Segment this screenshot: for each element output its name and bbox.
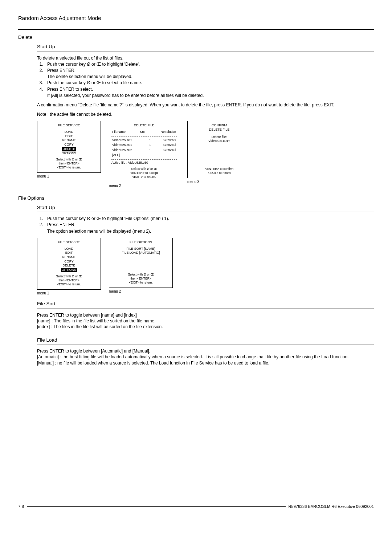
menu-item: DELETE bbox=[40, 264, 98, 268]
col-src: Src bbox=[138, 130, 147, 134]
file-load-option: FILE LOAD [AUTOMATIC] bbox=[111, 251, 170, 255]
menu-item: LOAD bbox=[40, 247, 98, 251]
menu-foot-line: <ENTER> to accept bbox=[111, 171, 177, 175]
menu-subtitle: DELETE FILE bbox=[190, 128, 249, 132]
menu-item: DELETE bbox=[40, 147, 98, 151]
menu-label: menu 1 bbox=[37, 174, 101, 179]
menu-item: EDIT bbox=[40, 134, 98, 139]
confirm-q2: Video525.c01? bbox=[190, 139, 249, 143]
fo-sub-2: The option selection menu will be displa… bbox=[47, 228, 374, 234]
menu-foot-line: then <ENTER> bbox=[40, 162, 98, 166]
menu-item: OPTIONS bbox=[40, 268, 98, 272]
menu-foot-line: Select with Ø or Œ bbox=[40, 158, 98, 162]
menu-item: COPY bbox=[40, 260, 98, 264]
menu-title: FILE SERVICE bbox=[40, 123, 98, 128]
footer-right: R5976336 BARCOSLM R6 Executive 06092001 bbox=[289, 504, 374, 509]
menu-foot-line: Select with Ø or Œ bbox=[40, 274, 98, 278]
cell-res: 675x240i bbox=[152, 143, 176, 147]
cell-res: 675x240i bbox=[152, 138, 176, 143]
col-res: Resolution bbox=[147, 130, 176, 134]
delete-sub-2: The delete selection menu will be displa… bbox=[47, 74, 374, 80]
col-filename: Filename bbox=[112, 130, 137, 134]
file-load-p2: [Automatic] : the best fitting file will… bbox=[37, 354, 374, 360]
menu-foot-line: <EXIT> to return. bbox=[40, 166, 98, 170]
delete-step-4: Press ENTER to select. bbox=[44, 86, 374, 92]
file-sort-option: FILE SORT [NAME] bbox=[111, 247, 170, 251]
menu-file-service-2: FILE SERVICE LOADEDITRENAMECOPYDELETEOPT… bbox=[37, 238, 101, 290]
divider bbox=[37, 308, 374, 309]
dash-divider bbox=[111, 159, 177, 160]
delete-confirm-para: A confirmation menu "Delete file 'file n… bbox=[37, 102, 374, 108]
delete-step-2: Press ENTER. bbox=[44, 68, 374, 73]
delete-sub-4: If [All] is selected, your password has … bbox=[47, 93, 374, 98]
file-options-startup-title: Start Up bbox=[37, 204, 374, 211]
cell-src: 1 bbox=[148, 143, 152, 147]
divider bbox=[37, 212, 374, 212]
delete-step-1: Push the cursor key Ø or Œ to highlight … bbox=[44, 61, 374, 67]
menu-label: menu 3 bbox=[187, 179, 251, 184]
cell-src: 1 bbox=[148, 138, 152, 143]
delete-note: Note : the active file cannot be deleted… bbox=[37, 111, 374, 117]
file-load-p3: [Manual] : no file will be loaded when a… bbox=[37, 360, 374, 366]
menu-item: EDIT bbox=[40, 251, 98, 255]
dash-divider bbox=[111, 136, 177, 137]
menu-foot-line: then <ENTER> bbox=[40, 278, 98, 282]
file-sort-p2: [name] : The files in the file list will… bbox=[37, 318, 374, 324]
menu-foot-line: Select with Ø or Œ bbox=[109, 273, 172, 277]
section-delete-title: Delete bbox=[18, 34, 374, 41]
confirm-q1: Delete file: bbox=[190, 135, 249, 139]
menu-foot-line: Select with Ø or Œ bbox=[111, 167, 177, 171]
menu-file-service-1: FILE SERVICE LOADEDITRENAMECOPYDELETEOPT… bbox=[37, 121, 101, 173]
menu-item: OPTIONS bbox=[40, 151, 98, 156]
cell-src: 1 bbox=[148, 148, 152, 152]
cell-filename: Video525.s01 bbox=[112, 138, 148, 143]
file-options-menu-row: FILE SERVICE LOADEDITRENAMECOPYDELETEOPT… bbox=[37, 238, 374, 296]
delete-menu-row: FILE SERVICE LOADEDITRENAMECOPYDELETEOPT… bbox=[37, 121, 374, 188]
file-load-p1: Press ENTER to toggle between [Automatic… bbox=[37, 348, 374, 354]
menu-foot-line: then <ENTER> bbox=[109, 277, 172, 281]
header-rule bbox=[18, 29, 374, 30]
divider bbox=[37, 344, 374, 345]
cell-filename: [ALL] bbox=[112, 153, 148, 158]
menu-title: FILE SERVICE bbox=[40, 240, 98, 245]
menu-item: RENAME bbox=[40, 138, 98, 143]
menu-foot-line: <EXIT> to return. bbox=[40, 282, 98, 286]
delete-step-3: Push the cursor key Ø or Œ to select a f… bbox=[44, 80, 374, 86]
divider bbox=[37, 51, 374, 52]
menu-foot-line: <EXIT> to return. bbox=[109, 281, 172, 285]
file-sort-p1: Press ENTER to toggle between [name] and… bbox=[37, 312, 374, 318]
cell-src bbox=[148, 153, 152, 158]
file-sort-p3: [index] : The files in the file list wil… bbox=[37, 324, 374, 330]
file-sort-title: File Sort bbox=[37, 301, 374, 307]
delete-intro: To delete a selected file out of the lis… bbox=[37, 55, 374, 61]
menu-confirm: CONFIRM DELETE FILE Delete file: Video52… bbox=[187, 121, 251, 178]
menu-title: FILE OPTIONS bbox=[111, 240, 170, 245]
cell-res: 675x240i bbox=[152, 148, 176, 152]
menu-label: menu 2 bbox=[109, 183, 179, 188]
fo-step-2: Press ENTER. bbox=[44, 222, 374, 228]
page-footer: 7-8 R5976336 BARCOSLM R6 Executive 06092… bbox=[18, 504, 374, 509]
menu-foot-line: <EXIT> to return bbox=[188, 171, 251, 175]
footer-left: 7-8 bbox=[18, 504, 24, 509]
section-file-options-title: File Options bbox=[18, 195, 374, 201]
menu-item: RENAME bbox=[40, 255, 98, 260]
footer-rule bbox=[27, 506, 286, 507]
menu-title: CONFIRM bbox=[190, 123, 249, 128]
menu-foot-line: <EXIT> to return. bbox=[111, 175, 177, 179]
active-file: Active file : Video525.c50 bbox=[111, 161, 177, 165]
menu-label: menu 2 bbox=[109, 289, 173, 294]
menu-file-options: FILE OPTIONS FILE SORT [NAME] FILE LOAD … bbox=[109, 238, 173, 288]
page-title: Random Access Adjustment Mode bbox=[18, 15, 374, 23]
file-load-title: File Load bbox=[37, 337, 374, 343]
menu-title: DELETE FILE bbox=[111, 123, 177, 128]
cell-res bbox=[152, 153, 176, 158]
menu-item: COPY bbox=[40, 143, 98, 147]
fo-step-1: Push the cursor key Ø or Œ to highlight … bbox=[44, 216, 374, 221]
menu-delete-file: DELETE FILE Filename Src Resolution Vide… bbox=[109, 121, 179, 182]
cell-filename: Video525.c01 bbox=[112, 143, 148, 147]
delete-startup-title: Start Up bbox=[37, 44, 374, 50]
cell-filename: Video525.c02 bbox=[112, 148, 148, 152]
menu-label: menu 1 bbox=[37, 291, 101, 296]
menu-foot-line: <ENTER> to confirm bbox=[188, 167, 251, 171]
menu-item: LOAD bbox=[40, 130, 98, 134]
